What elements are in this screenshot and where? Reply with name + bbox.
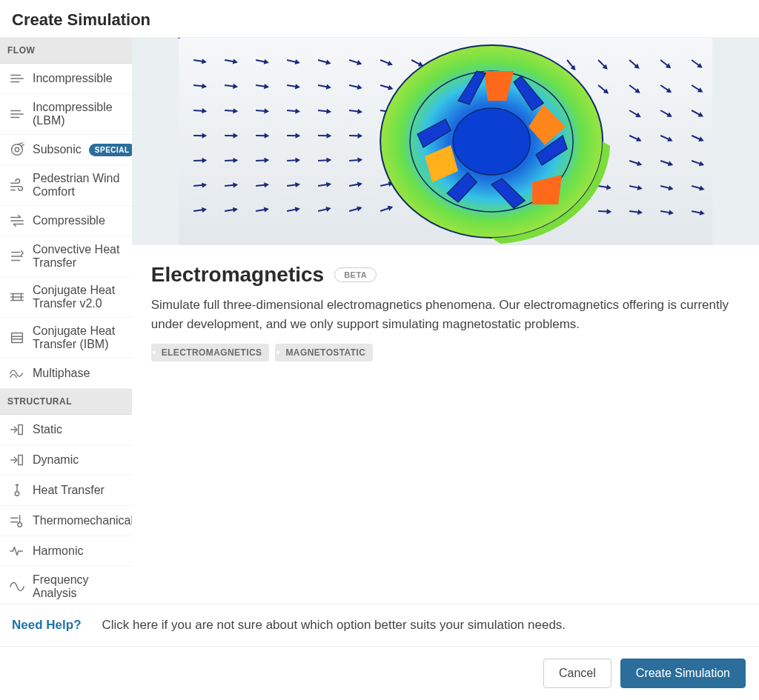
svg-point-14 — [15, 492, 19, 496]
layers-icon — [9, 289, 25, 305]
dialog-title: Create Simulation — [0, 0, 759, 37]
need-help-text: Click here if you are not sure about whi… — [102, 618, 566, 633]
svg-marker-93 — [265, 134, 268, 137]
thermometer-icon — [9, 482, 25, 499]
sidebar-item-heat-transfer[interactable]: Heat Transfer — [0, 476, 132, 506]
svg-point-15 — [18, 523, 21, 527]
svg-marker-91 — [233, 134, 236, 137]
sidebar-item-pedestrian-wind-comfort[interactable]: Pedestrian Wind Comfort — [0, 165, 132, 206]
sidebar-item-label: Conjugate Heat Transfer (IBM) — [33, 324, 123, 351]
sidebar-item-thermomechanical[interactable]: Thermomechanical — [0, 506, 132, 536]
sidebar-item-label: Incompressible — [33, 72, 123, 85]
target-icon — [9, 141, 25, 158]
svg-point-6 — [12, 144, 23, 156]
sine-icon — [9, 579, 25, 595]
detail-beta-badge: BETA — [334, 267, 377, 282]
sidebar-item-label: Subsonic — [33, 143, 82, 156]
detail-tags: ELECTROMAGNETICSMAGNETOSTATIC — [151, 344, 740, 361]
pulse-icon — [9, 543, 25, 559]
compress-icon — [9, 213, 25, 229]
flow-lines-icon — [9, 70, 25, 87]
wave-icon — [9, 365, 25, 381]
sidebar-item-subsonic[interactable]: SubsonicSPECIAL — [0, 135, 132, 165]
svg-point-7 — [15, 147, 19, 152]
sidebar-item-static[interactable]: Static — [0, 415, 132, 445]
sidebar-item-label: Harmonic — [33, 544, 123, 558]
sidebar-item-incompressible[interactable]: Incompressible — [0, 64, 132, 94]
sidebar-item-label: Conjugate Heat Transfer v2.0 — [33, 284, 123, 310]
arrow-box-icon — [9, 452, 25, 468]
svg-rect-9 — [12, 333, 23, 343]
svg-marker-107 — [202, 159, 205, 162]
sidebar-item-dynamic[interactable]: Dynamic — [0, 445, 132, 476]
detail-description: Simulate full three-dimensional electrom… — [151, 296, 740, 333]
sidebar-item-label: Pedestrian Wind Comfort — [33, 172, 123, 199]
svg-point-171 — [453, 108, 530, 175]
need-help-link[interactable]: Need Help? — [12, 618, 82, 633]
flow-lines-icon — [9, 106, 25, 122]
sidebar-item-label: Convective Heat Transfer — [33, 243, 123, 270]
sidebar-item-label: Dynamic — [33, 453, 123, 467]
tag-magnetostatic: MAGNETOSTATIC — [275, 344, 373, 361]
svg-rect-13 — [19, 456, 23, 465]
sidebar-item-conjugate-heat-transfer-v2-0[interactable]: Conjugate Heat Transfer v2.0 — [0, 277, 132, 318]
detail-hero-image: /* placeholder */ — [132, 38, 759, 245]
sidebar-item-label: Incompressible (LBM) — [33, 101, 123, 127]
svg-marker-97 — [327, 134, 330, 137]
layers-box-icon — [9, 330, 25, 346]
convective-icon — [9, 248, 25, 264]
section-header-flow: FLOW — [0, 38, 132, 64]
sidebar-item-label: Multiphase — [33, 367, 123, 380]
svg-marker-89 — [202, 134, 205, 137]
sidebar-item-conjugate-heat-transfer-ibm[interactable]: Conjugate Heat Transfer (IBM) — [0, 318, 132, 359]
section-header-structural: STRUCTURAL — [0, 389, 132, 415]
arrow-box-icon — [9, 421, 25, 438]
sidebar-item-label: Thermomechanical — [33, 514, 132, 527]
svg-rect-12 — [19, 425, 23, 435]
sidebar-item-multiphase[interactable]: Multiphase — [0, 359, 132, 389]
cancel-button[interactable]: Cancel — [543, 659, 611, 688]
svg-marker-65 — [667, 89, 670, 92]
svg-marker-109 — [233, 159, 236, 162]
sidebar-item-convective-heat-transfer[interactable]: Convective Heat Transfer — [0, 236, 132, 277]
sidebar-item-label: Compressible — [33, 214, 123, 227]
thermo-mech-icon — [9, 513, 25, 529]
simulation-type-sidebar: FLOWIncompressibleIncompressible (LBM)Su… — [0, 38, 132, 604]
wind-icon — [9, 177, 25, 193]
sidebar-item-incompressible-lbm[interactable]: Incompressible (LBM) — [0, 94, 132, 135]
tag-electromagnetics: ELECTROMAGNETICS — [151, 344, 270, 361]
create-simulation-button[interactable]: Create Simulation — [620, 659, 746, 688]
sidebar-item-compressible[interactable]: Compressible — [0, 206, 132, 236]
detail-title: Electromagnetics — [151, 263, 324, 287]
sidebar-item-label: Heat Transfer — [33, 484, 123, 497]
svg-marker-67 — [698, 89, 701, 91]
svg-marker-95 — [296, 134, 299, 137]
special-badge: SPECIAL — [89, 144, 132, 156]
sidebar-item-label: Static — [33, 423, 123, 436]
svg-marker-83 — [637, 114, 640, 116]
sidebar-item-frequency-analysis[interactable]: Frequency Analysis — [0, 567, 132, 604]
sidebar-item-label: Frequency Analysis — [33, 573, 123, 600]
sidebar-item-harmonic[interactable]: Harmonic — [0, 536, 132, 567]
svg-marker-99 — [358, 134, 361, 137]
